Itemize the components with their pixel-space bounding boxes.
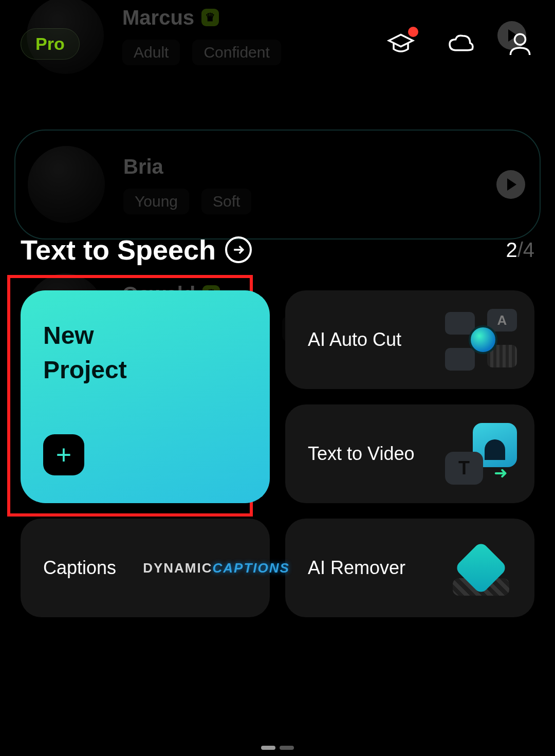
cloud-icon[interactable] bbox=[446, 30, 475, 59]
page-counter: 2/4 bbox=[506, 238, 534, 262]
play-icon bbox=[496, 170, 525, 199]
section-title-text-to-speech[interactable]: Text to Speech bbox=[21, 234, 252, 266]
captions-decor-line2: CAPTIONS bbox=[213, 560, 290, 576]
tiles-col-right: AI Auto Cut A Text to Video T ➜ AI Remov… bbox=[285, 290, 534, 617]
tiles-col-left: New Project + Captions DYNAMIC CAPTIONS bbox=[21, 290, 270, 617]
captions-label: Captions bbox=[43, 557, 116, 579]
auto-cut-icon: A bbox=[445, 309, 517, 371]
home-indicator bbox=[261, 746, 294, 750]
plus-icon: + bbox=[43, 434, 84, 475]
text-to-video-icon: T ➜ bbox=[445, 423, 517, 485]
eraser-icon bbox=[445, 537, 517, 599]
section-header: Text to Speech 2/4 bbox=[21, 234, 534, 266]
voice-meta: Bria Young Soft bbox=[123, 155, 251, 214]
feature-tiles: New Project + Captions DYNAMIC CAPTIONS … bbox=[21, 290, 534, 617]
notification-dot-icon bbox=[408, 27, 418, 37]
captions-tile[interactable]: Captions DYNAMIC CAPTIONS bbox=[21, 519, 270, 617]
pro-label: Pro bbox=[35, 34, 65, 53]
section-title-label: Text to Speech bbox=[21, 234, 216, 266]
arrow-icon: ➜ bbox=[494, 463, 508, 483]
new-project-tile[interactable]: New Project + bbox=[21, 290, 270, 503]
voice-tag: Young bbox=[123, 189, 189, 214]
app-header: Pro bbox=[0, 0, 555, 60]
ai-remover-tile[interactable]: AI Remover bbox=[285, 519, 534, 617]
ai-auto-cut-label: AI Auto Cut bbox=[308, 329, 401, 351]
ai-auto-cut-tile[interactable]: AI Auto Cut A bbox=[285, 290, 534, 389]
text-to-video-tile[interactable]: Text to Video T ➜ bbox=[285, 404, 534, 503]
avatar bbox=[28, 146, 105, 223]
header-actions bbox=[386, 30, 534, 59]
captions-decor-line1: DYNAMIC bbox=[143, 560, 212, 576]
ai-remover-label: AI Remover bbox=[308, 557, 405, 579]
voice-tag: Soft bbox=[201, 189, 251, 214]
profile-icon[interactable] bbox=[506, 30, 534, 59]
voice-name-label: Bria bbox=[123, 155, 163, 178]
counter-total: /4 bbox=[517, 238, 534, 261]
captions-icon: DYNAMIC CAPTIONS bbox=[180, 537, 252, 599]
counter-current: 2 bbox=[506, 238, 517, 261]
new-project-label: New Project bbox=[43, 318, 247, 387]
pro-badge[interactable]: Pro bbox=[21, 28, 80, 60]
learn-icon[interactable] bbox=[386, 30, 415, 59]
arrow-right-circle-icon bbox=[225, 236, 252, 263]
text-to-video-label: Text to Video bbox=[308, 443, 414, 465]
voice-row-bria-selected: Bria Young Soft bbox=[14, 130, 541, 239]
svg-point-0 bbox=[515, 34, 526, 45]
